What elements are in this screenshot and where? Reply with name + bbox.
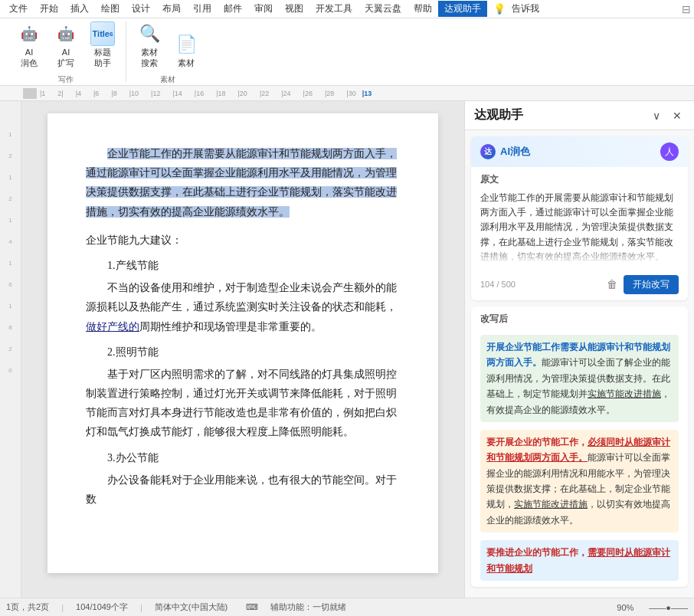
- menu-insert[interactable]: 插入: [64, 1, 95, 17]
- para-1-text: 不当的设备使用和维护，对于制造型企业未说会产生额外的能源损耗以及热能产生，通过系…: [86, 282, 397, 313]
- document-pages: 企业节能工作的开展需要从能源审计和节能规划两方面入手，通过能源审计可以全面掌握企…: [0, 113, 464, 573]
- material-button[interactable]: 📄 素材: [169, 29, 203, 71]
- rewrite-2-underline: 实施节能改进措施: [514, 499, 588, 510]
- original-text: 企业节能工作的开展需要从能源审计和节能规划两方面入手，通过能源审计可以全面掌握企…: [480, 191, 679, 264]
- para-1-link[interactable]: 做好产线的: [86, 321, 139, 333]
- material-icon: 📄: [174, 32, 198, 57]
- menu-view[interactable]: 视图: [279, 1, 309, 17]
- minimize-panel-icon[interactable]: ∨: [650, 108, 663, 123]
- writing-group-label: 写作: [58, 74, 74, 85]
- ruler: |12| |4|6 |8|10 |12|14 |16|18 |20|22 |24…: [0, 86, 694, 101]
- rewrite-para-3: 要推进企业的节能工作，需要同时从能源审计和节能规划: [480, 540, 679, 581]
- panel-content: 达 AI润色 人 原文 企业节能工作的开展需要从能源审计和节能规划两方面入手，通…: [465, 130, 694, 598]
- minimize-icon[interactable]: ⊟: [682, 3, 691, 15]
- rewrite-para-2: 要开展企业的节能工作，必须同时从能源审计和节能规划两方面入手。能源审计可以全面掌…: [480, 430, 679, 532]
- user-avatar: 人: [660, 143, 679, 161]
- rewrite-2-red: 要开展企业的节能工作，: [486, 437, 588, 447]
- status-assist: 辅助功能：一切就绪: [270, 601, 346, 613]
- original-footer: 104 / 500 🗑 开始改写: [471, 270, 688, 300]
- daguan-logo: 达: [480, 144, 496, 159]
- para-3: 办公设备能耗对于企业用能来说，也有很大的节能空间。对于数: [86, 470, 400, 509]
- panel-header: 达观助手 ∨ ✕: [465, 101, 694, 130]
- lightbulb-icon: 💡: [493, 3, 506, 15]
- menu-help[interactable]: 帮助: [408, 1, 438, 17]
- rewrite-1-underline: 实施节能改进措施: [588, 388, 661, 399]
- menu-daguanassist[interactable]: 达观助手: [438, 1, 487, 17]
- document-page[interactable]: 企业节能工作的开展需要从能源审计和节能规划两方面入手，通过能源审计可以全面掌握企…: [47, 113, 438, 573]
- panel-header-icons: ∨ ✕: [650, 108, 685, 123]
- ai-section: 达 AI润色 人 原文 企业节能工作的开展需要从能源审计和节能规划两方面入手，通…: [471, 136, 688, 300]
- original-label: 原文: [480, 173, 679, 186]
- menu-start[interactable]: 开始: [34, 1, 64, 17]
- title-assist-label: 标题助手: [94, 48, 111, 67]
- material-label: 素材: [178, 58, 195, 68]
- ruler-marks: |12| |4|6 |8|10 |12|14 |16|18 |20|22 |24…: [40, 90, 372, 97]
- menu-tellme[interactable]: 告诉我: [506, 1, 545, 17]
- ai-expand-button[interactable]: 🤖 AI扩写: [49, 18, 83, 70]
- ai-polish-label: AI润色: [21, 48, 38, 67]
- status-lang: 简体中文(中国大陆): [155, 601, 228, 613]
- rewrite-content: 开展企业节能工作需要从能源审计和节能规划两方面入手。能源审计可以全面了解企业的能…: [471, 329, 688, 587]
- original-actions: 🗑 开始改写: [607, 275, 679, 294]
- menu-reference[interactable]: 引用: [187, 1, 218, 17]
- delete-button[interactable]: 🗑: [607, 278, 617, 290]
- title-assist-icon: Title6: [90, 21, 115, 46]
- menu-bar: 文件 开始 插入 绘图 设计 布局 引用 邮件 审阅 视图 开发工具 天翼云盘 …: [0, 0, 694, 18]
- start-rewrite-button[interactable]: 开始改写: [624, 275, 679, 294]
- material-search-label: 素材搜索: [141, 48, 158, 67]
- section-title-suggestions: 企业节能九大建议：: [86, 231, 400, 250]
- ai-expand-label: AI扩写: [57, 48, 74, 67]
- menu-review[interactable]: 审阅: [248, 1, 279, 17]
- subsection-2-title: 2.照明节能: [107, 342, 400, 362]
- para-1-cont: 周期性维护和现场管理是非常重要的。: [139, 321, 322, 333]
- ribbon-toolbar: 🤖 AI润色 🤖 AI扩写 Title6 标题助手 写作 🔍 素材搜索: [0, 18, 694, 86]
- ribbon-group-material: 🔍 素材搜索 📄 素材 素材: [126, 21, 209, 82]
- status-words: 104/1049个字: [76, 601, 128, 613]
- para-1: 不当的设备使用和维护，对于制造型企业未说会产生额外的能源损耗以及热能产生，通过系…: [86, 278, 400, 336]
- material-search-button[interactable]: 🔍 素材搜索: [133, 18, 166, 70]
- zoom-slider[interactable]: ——●——: [649, 603, 688, 612]
- menu-cloud[interactable]: 天翼云盘: [358, 1, 408, 17]
- subsection-1-label: 1.产线节能: [107, 260, 159, 271]
- material-group-label: 素材: [160, 74, 175, 85]
- ai-section-header: 达 AI润色 人: [471, 136, 688, 167]
- menu-draw[interactable]: 绘图: [95, 1, 126, 17]
- rewrite-header: 改写后: [471, 306, 688, 329]
- menu-devtools[interactable]: 开发工具: [309, 1, 358, 17]
- ruler-corner: [23, 88, 37, 99]
- menu-layout[interactable]: 布局: [156, 1, 187, 17]
- vertical-ruler: 12121 41618 20: [0, 101, 21, 598]
- status-bar: 1页，共2页 | 104/1049个字 | 简体中文(中国大陆) ⌨ 辅助功能：…: [0, 598, 694, 616]
- document-area[interactable]: 12121 41618 20 企业节能工作的开展需要从能源审计和节能规划两方面入…: [0, 101, 464, 598]
- rewrite-para-1: 开展企业节能工作需要从能源审计和节能规划两方面入手。能源审计可以全面了解企业的能…: [480, 335, 679, 422]
- panel-title: 达观助手: [474, 107, 523, 123]
- main-area: 12121 41618 20 企业节能工作的开展需要从能源审计和节能规划两方面入…: [0, 101, 694, 598]
- rewrite-section: 改写后 开展企业节能工作需要从能源审计和节能规划两方面入手。能源审计可以全面了解…: [471, 306, 688, 587]
- subsection-3-title: 3.办公节能: [107, 448, 400, 467]
- menu-design[interactable]: 设计: [126, 1, 156, 17]
- subsection-1-title: 1.产线节能: [107, 256, 400, 275]
- menu-file[interactable]: 文件: [3, 1, 34, 17]
- ai-section-title: AI润色: [500, 145, 530, 159]
- para-2: 基于对厂区内照明需求的了解，对不同线路的灯具集成照明控制装置进行策略控制，通过灯…: [86, 365, 400, 442]
- highlighted-paragraph: 企业节能工作的开展需要从能源审计和节能规划两方面入手，通过能源审计可以全面掌握企…: [86, 144, 400, 221]
- ai-label: 达 AI润色: [480, 144, 530, 159]
- status-pages: 1页，共2页: [6, 601, 49, 613]
- ai-polish-icon: 🤖: [17, 21, 41, 46]
- highlighted-text: 企业节能工作的开展需要从能源审计和节能规划两方面入手，通过能源审计可以全面掌握企…: [86, 148, 397, 218]
- original-section: 原文 企业节能工作的开展需要从能源审计和节能规划两方面入手，通过能源审计可以全面…: [471, 167, 688, 270]
- keyboard-icon: ⌨: [246, 602, 258, 612]
- close-panel-icon[interactable]: ✕: [669, 108, 685, 123]
- rewrite-3-red: 要推进企业的节能工作，: [486, 547, 588, 558]
- ai-polish-button[interactable]: 🤖 AI润色: [12, 18, 46, 70]
- daguan-panel: 达观助手 ∨ ✕ 达 AI润色 人 原文 企业节能工作的开展需要从能源审计和节能…: [464, 101, 694, 598]
- menu-mail[interactable]: 邮件: [218, 1, 248, 17]
- search-icon: 🔍: [137, 21, 162, 46]
- title-assist-button[interactable]: Title6 标题助手: [86, 18, 119, 70]
- ribbon-group-writing: 🤖 AI润色 🤖 AI扩写 Title6 标题助手 写作: [6, 21, 126, 82]
- status-zoom: 90%: [617, 603, 633, 612]
- char-count: 104 / 500: [480, 280, 516, 289]
- ai-expand-icon: 🤖: [54, 21, 78, 46]
